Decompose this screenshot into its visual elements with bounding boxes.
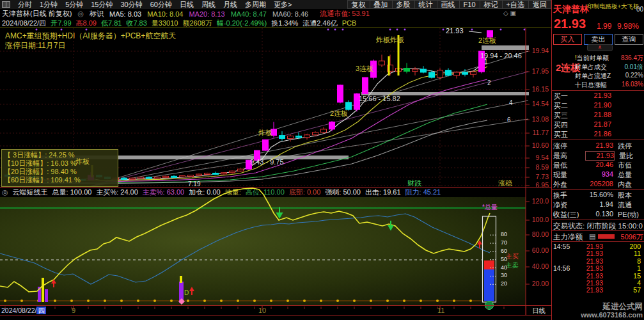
ma-value: MA40: 8.47 [231,10,267,18]
period-tab[interactable]: 5分钟 [65,0,83,10]
candle-body [205,173,210,174]
toolbar-button[interactable]: 返回 [528,0,551,9]
candle-body [363,77,368,94]
indicator-param: 出击: 19.61 [365,188,401,196]
candle-body [221,173,227,174]
indicator-collapse-icon[interactable]: ◎ [2,188,8,196]
indicator-param: 主买%: 24.00 [96,188,137,196]
main-net-label: 主力净额 [553,232,583,242]
bid-row[interactable]: 买五21.86 [554,130,615,140]
candle-body [412,69,418,71]
candle-body [180,176,185,177]
timeline-period-box[interactable]: 日线 [526,306,552,315]
candle-body [371,61,377,77]
query-button[interactable]: 查询 [615,34,643,45]
candle-body [404,68,410,71]
indicator-param: 底部: 0.00 [289,188,321,196]
period-tabs: 分时1分钟5分钟15分钟30分钟60分钟日线周线月线多周期更多> [14,0,295,10]
candle-body [437,70,443,77]
indicator-param: 强弱: 50.00 [325,188,361,196]
candle-body [429,72,435,77]
toolbar-button[interactable]: 统计 [414,0,437,9]
ohlc-value: 幅-0.20(-2.49%) [217,19,267,27]
panel-stock-tags: 印制电路板+大飞机 [587,3,640,11]
ma-values: MA5: 8.03MA10: 8.04MA20: 8.13MA40: 8.47M… [109,10,314,18]
period-tab[interactable]: 30分钟 [121,0,143,10]
panel-change-pct: 9.98% [617,22,639,31]
main-net-bar [598,234,615,239]
label-lianban: 3连板 [356,65,373,72]
main-net-icon[interactable]: ▤ [589,232,595,241]
period-tab[interactable]: 月线 [223,0,237,10]
mark-dot [500,29,502,31]
candle-body [230,171,235,173]
period-tab[interactable]: 日线 [180,0,194,10]
bid-row[interactable]: 买三21.88 [554,111,615,120]
toolbar-button[interactable]: 叠加 [370,0,393,9]
watermark-url: www.6073168.com [581,311,643,319]
ma-value: MA20: 8.13 [189,10,224,18]
mark-dot [334,29,336,31]
candle-body [296,136,302,137]
period-tab[interactable]: 1分钟 [40,0,58,10]
candle-body [138,177,144,179]
toolbar-button[interactable]: 复权 [347,0,370,9]
candle-body [196,174,202,175]
period-tab[interactable]: 60分钟 [150,0,172,10]
ohlc-value: 额2608万 [182,19,212,27]
candle-body [329,122,335,129]
toolbar-button[interactable]: 标记 [480,0,503,9]
axis-tick-label: 11.77 [527,129,549,136]
axis-tick-label: 80.00 [527,231,549,238]
buy-button[interactable]: 买入 [553,34,582,45]
gain-stat-line: 【 3日涨幅】: 24.25 % [4,151,116,159]
period-tab[interactable]: 更多> [274,0,292,10]
mark-dot [86,29,88,31]
candle-body [238,169,244,171]
period-tab[interactable]: 周线 [201,0,216,10]
board-info-row: 十日总涨幅16.03% [575,81,643,90]
period-tab[interactable]: 15分钟 [91,0,113,10]
sell-button[interactable]: 卖出 [584,34,613,45]
period-tab[interactable]: 分时 [18,0,32,10]
indicator-param: 阻力: 45.21 [405,188,441,196]
indicator-param: 主卖%: 63.00 [143,188,184,196]
gain-stats-box: 【 3日涨幅】: 24.25 %【10日涨幅】: 16.03 %【20日涨幅】:… [1,149,118,187]
bid-row[interactable]: 买二21.90 [554,101,615,111]
mark-dot [389,29,391,31]
bid-row[interactable]: 买四21.87 [554,120,615,130]
candle-body [379,61,385,65]
toolbar-button[interactable]: 画线 [437,0,460,9]
indicator-params: 云端短线王总量: 100.00主买%: 24.00主卖%: 63.00加仓: 0… [13,188,446,197]
quote-grid-row: 净资1.94流通 [553,200,643,210]
mark-label[interactable]: 标识 [90,9,104,19]
label-lianban: 2连板 [478,36,496,44]
ma-value: MA60: 8.46 [272,10,308,18]
fan-line [91,72,528,186]
axis-tick-label: 6.95 [527,182,549,189]
mark-dot [36,29,38,31]
mark-circle-icon[interactable]: ◎ [77,10,84,18]
candle-body [321,129,327,132]
chart-title-bar: 天津普林(日线 前复权) ◎ 标识 MA5: 8.03MA10: 8.04MA2… [0,9,551,19]
mark-dot [397,29,398,31]
mark-dot [524,29,526,31]
timeline-weekday-badge: 四 [36,307,46,314]
toolbar-button[interactable]: F10 [459,0,480,9]
toolbar-button[interactable]: 多股 [392,0,415,9]
ohlc-value: PCB [342,19,357,27]
collapse-panel-handle[interactable]: ∧ [587,44,613,51]
annotation-line-2: 涨停日期:11月7日 [5,42,65,49]
ohlc-values: 开7.99高8.09低7.81收7.83量33010额2608万幅-0.20(-… [51,19,361,28]
toolbar-button[interactable]: +自选 [502,0,529,9]
window-layout-icon[interactable] [2,1,10,8]
bid-row[interactable]: 买一21.93 [554,92,615,101]
candle-body [146,177,152,179]
gain-stat-line: 【10日涨幅】: 16.03 % [4,159,116,168]
period-tab[interactable]: 多周期 [245,0,266,10]
timeline-month-label: 11 [437,307,444,314]
candle-body [421,69,427,72]
candle-body [279,136,285,139]
candle-body [313,132,318,135]
quote-grid-row: 外盘205208内盘 [553,180,643,189]
